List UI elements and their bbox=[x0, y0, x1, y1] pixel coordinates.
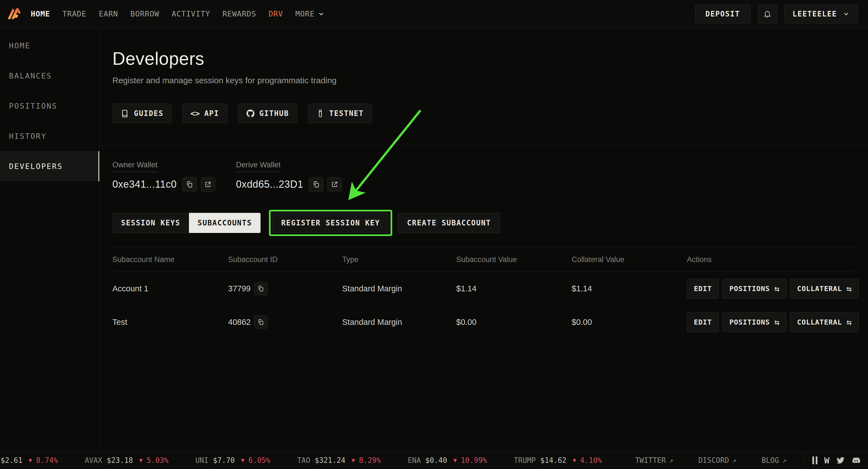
ticker-price: $23.18 bbox=[107, 456, 133, 465]
col-subaccount-value: Subaccount Value bbox=[456, 255, 572, 264]
sidebar-item-history[interactable]: HISTORY bbox=[0, 121, 99, 151]
ticker-item[interactable]: TRUMP $14.62 ▼ 4.10% bbox=[514, 456, 602, 465]
top-navbar: HOME TRADE EARN BORROW ACTIVITY REWARDS … bbox=[0, 0, 868, 28]
ticker-change: 10.99% bbox=[461, 456, 487, 465]
collateral-button[interactable]: COLLATERAL ⇆ bbox=[790, 312, 859, 332]
derive-logo-icon[interactable] bbox=[6, 6, 22, 22]
tab-session-keys[interactable]: SESSION KEYS bbox=[113, 213, 189, 233]
nav-item-rewards[interactable]: REWARDS bbox=[222, 9, 256, 18]
main-nav: HOME TRADE EARN BORROW ACTIVITY REWARDS … bbox=[31, 9, 325, 18]
derive-wallet-label: Derive Wallet bbox=[236, 161, 281, 172]
tab-subaccounts[interactable]: SUBACCOUNTS bbox=[189, 213, 260, 233]
register-session-key-button[interactable]: REGISTER SESSION KEY bbox=[272, 213, 389, 233]
ticker-item[interactable]: $2.61 ▼ 8.74% bbox=[1, 456, 58, 465]
page-subtitle: Register and manage session keys for pro… bbox=[113, 76, 337, 85]
subaccount-id: 37799 bbox=[228, 284, 251, 293]
nav-item-more[interactable]: MORE bbox=[296, 9, 325, 18]
copy-id-button[interactable] bbox=[254, 315, 268, 329]
github-button[interactable]: GITHUB bbox=[238, 104, 297, 123]
api-button[interactable]: <> API bbox=[182, 104, 227, 123]
copy-icon bbox=[312, 180, 320, 188]
transfer-icon: ⇆ bbox=[846, 284, 852, 293]
discord-link-label: DISCORD bbox=[698, 456, 729, 465]
ticker-item[interactable]: AVAX $23.18 ▼ 5.03% bbox=[85, 456, 168, 465]
blog-link[interactable]: BLOG ↗ bbox=[762, 456, 786, 465]
subaccount-value: $1.14 bbox=[456, 284, 572, 293]
twitter-link[interactable]: TWITTER ↗ bbox=[635, 456, 673, 465]
collateral-label: COLLATERAL bbox=[797, 318, 842, 326]
copy-id-button[interactable] bbox=[254, 282, 268, 295]
account-name: LEETEELEE bbox=[793, 10, 837, 18]
derive-wallet-copy-button[interactable] bbox=[309, 177, 323, 192]
owner-wallet-external-button[interactable] bbox=[201, 177, 215, 192]
collateral-button[interactable]: COLLATERAL ⇆ bbox=[790, 279, 859, 299]
collateral-value: $0.00 bbox=[572, 317, 687, 327]
nav-item-drv[interactable]: DRV bbox=[269, 9, 283, 18]
subaccount-type: Standard Margin bbox=[342, 317, 456, 327]
col-subaccount-id: Subaccount ID bbox=[228, 255, 342, 264]
pause-ticker-icon[interactable] bbox=[812, 457, 817, 464]
ticker-price: $321.24 bbox=[315, 456, 345, 465]
col-type: Type bbox=[342, 255, 456, 264]
nav-item-home[interactable]: HOME bbox=[31, 9, 50, 18]
positions-button[interactable]: POSITIONS ⇆ bbox=[722, 312, 786, 332]
external-link-icon bbox=[204, 180, 212, 188]
table-row: Account 1 37799 Standard Margin $1.14 $1… bbox=[113, 272, 856, 305]
ticker-item[interactable]: UNI $7.70 ▼ 6.05% bbox=[195, 456, 270, 465]
api-label: API bbox=[204, 109, 219, 118]
positions-label: POSITIONS bbox=[730, 318, 770, 326]
owner-wallet-copy-button[interactable] bbox=[182, 177, 197, 192]
subaccount-name: Test bbox=[113, 317, 228, 327]
book-icon bbox=[121, 109, 129, 118]
discord-link[interactable]: DISCORD ↗ bbox=[698, 456, 736, 465]
ticker-symbol: ENA bbox=[408, 456, 421, 465]
testnet-button[interactable]: TESTNET bbox=[308, 104, 372, 123]
ticker-symbol: TAO bbox=[297, 456, 310, 465]
sidebar-item-positions[interactable]: POSITIONS bbox=[0, 91, 99, 121]
col-subaccount-name: Subaccount Name bbox=[113, 255, 228, 264]
page-title: Developers bbox=[113, 48, 204, 69]
create-subaccount-button[interactable]: CREATE SUBACCOUNT bbox=[398, 213, 500, 233]
ticker-item[interactable]: ENA $0.40 ▼ 10.99% bbox=[408, 456, 487, 465]
footer-icons: W bbox=[805, 455, 868, 465]
warpcast-icon[interactable]: W bbox=[824, 455, 830, 465]
sidebar-item-balances[interactable]: BALANCES bbox=[0, 61, 99, 91]
table-row: Test 40862 Standard Margin $0.00 $0.00 E… bbox=[113, 305, 856, 339]
subaccount-id: 40862 bbox=[228, 317, 251, 327]
col-actions: Actions bbox=[687, 255, 856, 264]
resource-links: GUIDES <> API GITHUB TESTNET bbox=[113, 104, 372, 123]
col-collateral-value: Collateral Value bbox=[572, 255, 687, 264]
derive-wallet-address: 0xdd65...23D1 bbox=[236, 178, 303, 190]
nav-item-activity[interactable]: ACTIVITY bbox=[172, 9, 210, 18]
transfer-icon: ⇆ bbox=[774, 284, 780, 293]
copy-icon bbox=[257, 285, 265, 292]
nav-item-borrow[interactable]: BORROW bbox=[130, 9, 159, 18]
edit-button[interactable]: EDIT bbox=[687, 312, 719, 332]
testnet-label: TESTNET bbox=[329, 109, 364, 118]
sidebar-item-home[interactable]: HOME bbox=[0, 30, 99, 61]
account-menu-button[interactable]: LEETEELEE bbox=[784, 4, 858, 24]
external-arrow-icon: ↗ bbox=[733, 457, 736, 464]
sidebar-item-developers[interactable]: DEVELOPERS bbox=[0, 151, 99, 181]
twitter-icon[interactable] bbox=[836, 456, 845, 465]
twitter-link-label: TWITTER bbox=[635, 456, 666, 465]
nav-item-trade[interactable]: TRADE bbox=[62, 9, 86, 18]
ticker-item[interactable]: TAO $321.24 ▼ 8.29% bbox=[297, 456, 381, 465]
notifications-button[interactable] bbox=[758, 4, 777, 24]
owner-wallet-address: 0xe341...11c0 bbox=[113, 178, 177, 190]
footer-links: TWITTER ↗ DISCORD ↗ BLOG ↗ bbox=[635, 456, 786, 465]
owner-wallet-group: Owner Wallet 0xe341...11c0 bbox=[113, 161, 215, 192]
external-arrow-icon: ↗ bbox=[782, 457, 786, 464]
deposit-button[interactable]: DEPOSIT bbox=[695, 4, 751, 24]
bell-icon bbox=[763, 10, 772, 18]
guides-button[interactable]: GUIDES bbox=[113, 104, 172, 123]
nav-item-earn[interactable]: EARN bbox=[99, 9, 118, 18]
price-ticker-bar: $2.61 ▼ 8.74% AVAX $23.18 ▼ 5.03% UNI $7… bbox=[0, 451, 868, 469]
subaccount-name: Account 1 bbox=[113, 284, 228, 293]
chevron-down-icon bbox=[317, 10, 325, 18]
edit-button[interactable]: EDIT bbox=[687, 279, 719, 299]
discord-icon[interactable] bbox=[851, 456, 860, 465]
ticker-tape: $2.61 ▼ 8.74% AVAX $23.18 ▼ 5.03% UNI $7… bbox=[1, 456, 602, 465]
derive-wallet-external-button[interactable] bbox=[327, 177, 342, 192]
positions-button[interactable]: POSITIONS ⇆ bbox=[722, 279, 786, 299]
